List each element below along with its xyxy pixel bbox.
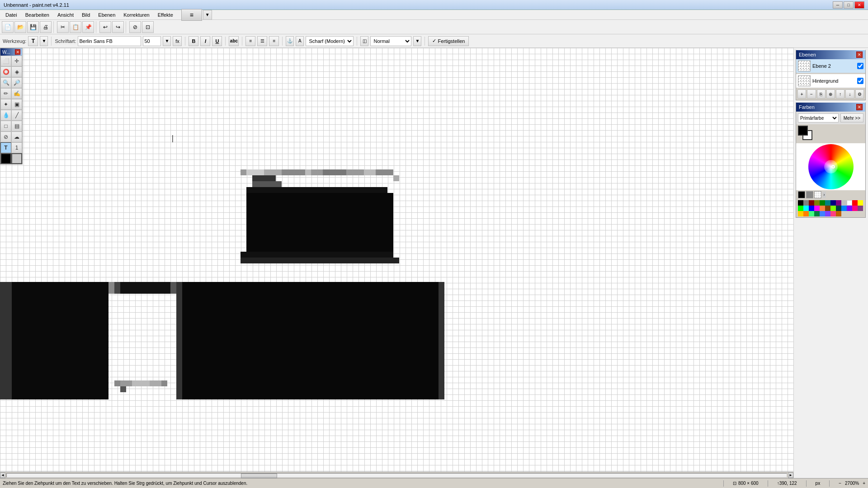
cut-button[interactable]: ✂ (57, 21, 69, 33)
bold-button[interactable]: B (189, 36, 198, 46)
palette-black[interactable] (798, 200, 803, 206)
palette-red[interactable] (852, 200, 858, 206)
transparent-swatch[interactable] (814, 191, 821, 198)
toolbox-close-button[interactable]: ✕ (15, 49, 20, 55)
gray-swatch[interactable] (806, 191, 813, 198)
anchor-icon[interactable]: ⚓ (286, 36, 294, 46)
palette-green[interactable] (820, 200, 825, 206)
colors-close-button[interactable]: ✕ (856, 104, 863, 110)
blend-dropdown[interactable]: ▼ (413, 36, 421, 46)
font-size-input[interactable] (143, 36, 161, 46)
palette-navy[interactable] (830, 200, 836, 206)
color-wheel-container[interactable] (796, 143, 865, 190)
close-button[interactable]: ✕ (854, 1, 864, 9)
palette-gold[interactable] (798, 211, 803, 216)
menu-korrekturen[interactable]: Korrekturen (120, 11, 153, 19)
quick-launch[interactable]: ≡ (181, 9, 202, 21)
palette-darkorange[interactable] (803, 211, 809, 216)
menu-datei[interactable]: Datei (2, 11, 21, 19)
mehr-button[interactable]: Mehr >> (840, 113, 863, 122)
canvas-area[interactable]: | W... ✕ ⬜ ✛ ⭕ ◈ 🔍 (0, 48, 793, 478)
palette-mint[interactable] (809, 211, 814, 216)
scroll-right-button[interactable]: ► (788, 473, 793, 478)
zoom-in-tool[interactable]: 🔍 (0, 77, 11, 88)
line-tool[interactable]: ╱ (11, 110, 22, 121)
bg-color-swatch[interactable] (11, 153, 22, 164)
menu-ebenen[interactable]: Ebenen (94, 11, 119, 19)
move-tool[interactable]: ✛ (11, 56, 22, 66)
palette-brown[interactable] (825, 206, 830, 211)
aa-icon[interactable]: A (296, 36, 304, 46)
lasso-tool[interactable]: ⭕ (0, 66, 11, 77)
paste-button[interactable]: 📌 (82, 21, 94, 33)
font-size-dropdown[interactable]: ▼ (163, 36, 171, 46)
duplicate-layer-button[interactable]: ⎘ (817, 89, 826, 99)
palette-olive[interactable] (814, 200, 820, 206)
text-tool[interactable]: T (0, 142, 11, 153)
palette-silver[interactable] (841, 200, 847, 206)
crop-button[interactable]: ⊡ (142, 21, 154, 33)
apply-button[interactable]: ✓ Fertigstellen (428, 36, 469, 46)
layer-properties-button[interactable]: ⚙ (855, 89, 864, 99)
scrollbar-thumb-h[interactable] (241, 474, 277, 478)
color-arrow[interactable]: › (822, 192, 826, 198)
palette-orange1[interactable] (820, 206, 825, 211)
palette-hotpink[interactable] (852, 206, 858, 211)
horizontal-scrollbar[interactable]: ◄ ► (0, 472, 793, 478)
delete-layer-button[interactable]: − (807, 89, 816, 99)
align-right-button[interactable]: ≡ (269, 36, 279, 46)
deselect-button[interactable]: ⊘ (129, 21, 141, 33)
palette-forest[interactable] (814, 211, 820, 216)
shapes-tool[interactable]: □ (0, 121, 11, 131)
fg-color-swatch[interactable] (798, 126, 808, 136)
fg-color-swatch[interactable] (0, 153, 11, 164)
move-down-button[interactable]: ↓ (845, 89, 854, 99)
strikethrough-button[interactable]: abc (229, 36, 239, 46)
number-tool[interactable]: 1 (11, 142, 22, 153)
save-button[interactable]: 💾 (27, 21, 39, 33)
color-wheel[interactable] (808, 144, 854, 189)
palette-mauve[interactable] (858, 206, 863, 211)
align-left-button[interactable]: ≡ (245, 36, 255, 46)
palette-gray[interactable] (803, 200, 809, 206)
minimize-button[interactable]: ─ (833, 1, 843, 9)
italic-button[interactable]: I (200, 36, 210, 46)
maximize-button[interactable]: □ (844, 1, 854, 9)
scrollbar-track-h[interactable] (6, 473, 787, 478)
color-mode-select[interactable]: Primärfarbe Sekundärfarbe (798, 113, 839, 122)
palette-blueviolet[interactable] (825, 211, 830, 216)
align-center-button[interactable]: ☰ (257, 36, 267, 46)
scroll-left-button[interactable]: ◄ (0, 473, 5, 478)
redo-button[interactable]: ↪ (112, 21, 124, 33)
palette-teal[interactable] (825, 200, 830, 206)
wand-tool[interactable]: ✦ (0, 99, 11, 110)
palette-blue[interactable] (809, 206, 814, 211)
brush-tool[interactable]: ✍ (11, 88, 22, 99)
black-swatch[interactable] (798, 191, 805, 198)
palette-lime[interactable] (798, 206, 803, 211)
palette-purple[interactable] (836, 200, 841, 206)
underline-button[interactable]: U (212, 36, 222, 46)
move-up-button[interactable]: ↑ (836, 89, 844, 99)
copy-button[interactable]: 📋 (70, 21, 81, 33)
menu-bearbeiten[interactable]: Bearbeiten (22, 11, 53, 19)
palette-cornflower[interactable] (820, 211, 825, 216)
pencil-tool[interactable]: ✏ (0, 88, 11, 99)
fx-button[interactable]: fx (173, 36, 182, 46)
zoom-out-tool[interactable]: 🔎 (11, 77, 22, 88)
gradient-tool[interactable]: ▤ (11, 121, 22, 131)
new-button[interactable]: 📄 (2, 21, 14, 33)
palette-rose[interactable] (830, 211, 836, 216)
palette-skyblue[interactable] (841, 206, 847, 211)
layer-item-ebene2[interactable]: Ebene 2 (796, 59, 865, 73)
blend-select[interactable]: Normal Multiplizieren (370, 36, 411, 46)
palette-magenta[interactable] (814, 206, 820, 211)
palette-chartreuse[interactable] (830, 206, 836, 211)
print-button[interactable]: 🖨 (40, 21, 52, 33)
smudge-tool[interactable]: ☁ (11, 131, 22, 142)
dropper-tool[interactable]: 💧 (0, 110, 11, 121)
font-name-input[interactable] (78, 36, 141, 46)
fill-tool[interactable]: ▣ (11, 99, 22, 110)
tool-dropdown[interactable]: ▼ (40, 36, 48, 46)
open-button[interactable]: 📂 (14, 21, 26, 33)
